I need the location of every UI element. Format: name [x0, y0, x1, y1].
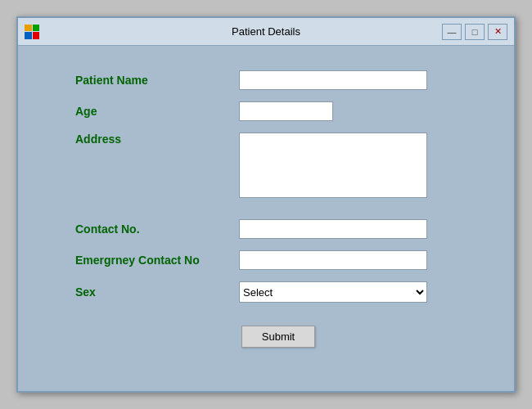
age-input[interactable] [239, 101, 333, 121]
submit-button[interactable]: Submit [241, 326, 315, 348]
patient-name-row: Patient Name [75, 70, 481, 90]
icon-q1 [25, 25, 32, 32]
age-row: Age [75, 101, 481, 121]
sex-label: Sex [75, 285, 239, 299]
patient-name-input[interactable] [239, 70, 427, 90]
main-window: Patient Details — □ ✕ Patient Name Age A… [16, 16, 516, 393]
contact-label: Contact No. [75, 222, 239, 236]
emergency-input[interactable] [239, 250, 427, 270]
sex-select[interactable]: Select Male Female Other [239, 281, 427, 303]
minimize-button[interactable]: — [442, 24, 462, 40]
window-controls: — □ ✕ [442, 24, 507, 40]
submit-row: Submit [75, 326, 481, 348]
maximize-button[interactable]: □ [465, 24, 485, 40]
title-bar: Patient Details — □ ✕ [18, 18, 514, 46]
app-icon [25, 25, 39, 39]
contact-input[interactable] [239, 219, 427, 239]
address-input[interactable] [239, 133, 427, 198]
sex-row: Sex Select Male Female Other [75, 281, 481, 303]
emergency-label: Emergrney Contact No [75, 254, 239, 267]
age-label: Age [75, 105, 239, 118]
window-title: Patient Details [232, 25, 300, 38]
form-content: Patient Name Age Address Contact No. Eme… [18, 46, 514, 391]
contact-row: Contact No. [75, 219, 481, 239]
title-bar-left [25, 25, 39, 39]
icon-q3 [25, 32, 32, 39]
icon-q4 [33, 32, 40, 39]
emergency-row: Emergrney Contact No [75, 250, 481, 270]
patient-name-label: Patient Name [75, 74, 239, 87]
close-button[interactable]: ✕ [488, 24, 507, 40]
icon-q2 [33, 25, 40, 32]
address-row: Address [75, 133, 481, 198]
address-label: Address [75, 133, 239, 146]
